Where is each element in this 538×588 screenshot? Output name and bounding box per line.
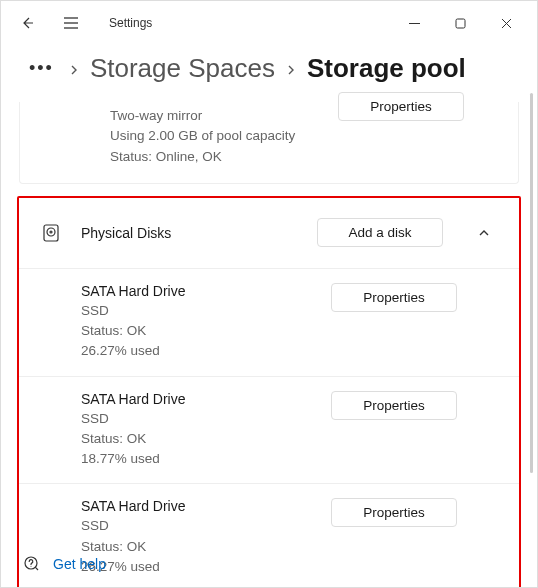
- back-arrow-icon: [19, 15, 35, 31]
- disk-item: SATA Hard Drive SSD Status: OK 26.27% us…: [19, 268, 519, 376]
- back-button[interactable]: [9, 5, 45, 41]
- breadcrumb-storage-spaces[interactable]: Storage Spaces: [90, 53, 275, 84]
- disk-used: 26.27% used: [81, 341, 315, 361]
- pool-capacity-used: Using 2.00 GB of pool capacity: [110, 126, 500, 146]
- disk-properties-button[interactable]: Properties: [331, 283, 457, 312]
- collapse-button[interactable]: [467, 216, 501, 250]
- disk-type: SSD: [81, 301, 315, 321]
- disk-name: SATA Hard Drive: [81, 283, 315, 299]
- svg-point-9: [50, 231, 52, 233]
- disk-type: SSD: [81, 516, 315, 536]
- hamburger-icon: [63, 16, 79, 30]
- disk-properties-button[interactable]: Properties: [331, 391, 457, 420]
- help-icon: [23, 555, 41, 573]
- disk-status: Status: OK: [81, 321, 315, 341]
- properties-button[interactable]: Properties: [338, 92, 464, 121]
- menu-button[interactable]: [53, 5, 89, 41]
- chevron-right-icon: [285, 62, 297, 80]
- close-icon: [501, 18, 512, 29]
- disk-type: SSD: [81, 409, 315, 429]
- close-button[interactable]: [483, 7, 529, 39]
- disk-used: 18.77% used: [81, 449, 315, 469]
- disk-status: Status: OK: [81, 429, 315, 449]
- maximize-icon: [455, 18, 466, 29]
- storage-space-card: Properties Two-way mirror Using 2.00 GB …: [19, 102, 519, 184]
- titlebar: Settings: [1, 1, 537, 45]
- disk-name: SATA Hard Drive: [81, 498, 315, 514]
- add-disk-button[interactable]: Add a disk: [317, 218, 443, 247]
- section-title: Physical Disks: [81, 225, 301, 241]
- chevron-right-icon: [68, 62, 80, 80]
- disk-item: SATA Hard Drive SSD Status: OK 18.77% us…: [19, 376, 519, 484]
- physical-disks-section: Physical Disks Add a disk SATA Hard Driv…: [17, 196, 521, 588]
- disk-used: 26.27% used: [81, 557, 315, 577]
- disk-name: SATA Hard Drive: [81, 391, 315, 407]
- status-text: Status: Online, OK: [110, 147, 500, 167]
- maximize-button[interactable]: [437, 7, 483, 39]
- svg-point-11: [31, 566, 32, 567]
- svg-rect-4: [456, 19, 465, 28]
- svg-point-8: [47, 228, 55, 236]
- breadcrumb-ellipsis[interactable]: •••: [25, 58, 58, 79]
- chevron-up-icon: [477, 226, 491, 240]
- minimize-icon: [409, 18, 420, 29]
- scrollbar[interactable]: [530, 93, 533, 473]
- disk-properties-button[interactable]: Properties: [331, 498, 457, 527]
- get-help-link[interactable]: Get help: [53, 556, 106, 572]
- breadcrumb-current: Storage pool: [307, 53, 466, 84]
- disk-icon: [41, 223, 61, 243]
- app-title: Settings: [109, 16, 152, 30]
- disk-status: Status: OK: [81, 537, 315, 557]
- minimize-button[interactable]: [391, 7, 437, 39]
